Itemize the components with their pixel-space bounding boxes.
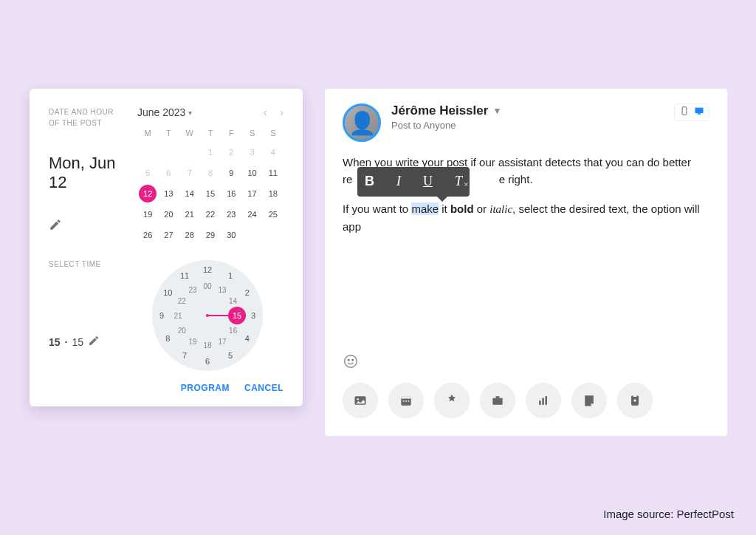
calendar-day[interactable]: 8	[202, 164, 219, 182]
emoji-picker-icon[interactable]	[343, 353, 360, 371]
clear-format-button[interactable]: T	[455, 171, 462, 192]
clock-hour-outer[interactable]: 8	[165, 334, 170, 343]
underline-button[interactable]: U	[423, 171, 433, 192]
post-visibility[interactable]: Post to Anyone	[391, 120, 501, 131]
clock-hour-outer[interactable]: 12	[203, 265, 212, 274]
clock-hour-inner[interactable]: 23	[188, 286, 196, 294]
clock-hour-inner[interactable]: 16	[229, 327, 237, 335]
calendar-day[interactable]: 24	[244, 205, 261, 223]
clock-hour-outer[interactable]: 3	[251, 311, 255, 320]
add-image-button[interactable]	[343, 383, 378, 418]
clock-selected-knob[interactable]: 15	[228, 307, 246, 324]
clock-face[interactable]: 121234567891011001314161718192021222315	[152, 260, 263, 371]
svg-rect-11	[405, 401, 407, 402]
calendar-day[interactable]: 14	[181, 185, 199, 202]
clock-hour-outer[interactable]: 4	[245, 334, 250, 343]
cancel-button[interactable]: Cancel	[244, 383, 284, 393]
preview-device-toggle[interactable]	[674, 103, 709, 121]
calendar-day[interactable]: 18	[264, 185, 282, 202]
date-time-picker-panel: DATE AND HOUR OF THE POST Mon, Jun 12 Ju…	[30, 89, 303, 406]
selected-time-display: 15·15	[49, 335, 123, 349]
chevron-down-icon: ▾	[188, 109, 192, 117]
svg-point-7	[357, 398, 359, 401]
month-selector[interactable]: June 2023 ▾	[137, 106, 192, 118]
desktop-preview-icon[interactable]	[694, 106, 704, 119]
calendar-day[interactable]: 22	[202, 205, 219, 223]
post-text-2a: If you want to	[343, 202, 411, 215]
add-badge-button[interactable]	[434, 383, 470, 418]
clock-hour-outer[interactable]: 11	[180, 271, 189, 280]
weekday-head: F	[221, 126, 241, 140]
calendar-day[interactable]: 19	[139, 205, 157, 223]
calendar-day[interactable]: 1	[202, 143, 219, 161]
next-month-button[interactable]: ›	[280, 106, 284, 118]
add-note-button[interactable]	[571, 383, 607, 418]
calendar-day[interactable]: 10	[244, 164, 261, 182]
clock-hour-inner[interactable]: 22	[178, 297, 186, 305]
author-dropdown-icon[interactable]: ▼	[492, 106, 501, 116]
clock-hour-outer[interactable]: 2	[245, 288, 250, 297]
calendar-day[interactable]: 7	[181, 164, 199, 182]
calendar-day[interactable]: 17	[244, 185, 261, 202]
calendar-day[interactable]: 9	[222, 164, 240, 182]
composer-toolbar	[343, 383, 653, 418]
add-poll-button[interactable]	[526, 383, 561, 418]
calendar-day[interactable]: 23	[222, 205, 240, 223]
calendar-day[interactable]: 16	[222, 185, 240, 202]
clock-hour-inner[interactable]: 00	[203, 282, 211, 290]
calendar-day[interactable]: 2	[222, 143, 240, 161]
clock-hour-outer[interactable]: 6	[205, 357, 210, 366]
edit-time-icon[interactable]	[88, 335, 100, 349]
clock-hour-inner[interactable]: 20	[178, 327, 186, 335]
clock-hour-outer[interactable]: 10	[163, 288, 172, 297]
calendar-day[interactable]: 25	[264, 205, 282, 223]
clock-hour-inner[interactable]: 18	[203, 341, 211, 350]
mobile-preview-icon[interactable]	[679, 106, 690, 119]
calendar-day[interactable]: 20	[159, 205, 177, 223]
add-job-button[interactable]	[480, 383, 515, 418]
add-clipboard-button[interactable]	[617, 383, 653, 418]
clock-hour-outer[interactable]: 5	[228, 351, 233, 360]
calendar-day[interactable]: 30	[222, 226, 240, 244]
clock-hour-inner[interactable]: 19	[188, 337, 196, 345]
svg-point-20	[633, 399, 636, 401]
clock-hour-inner[interactable]: 21	[173, 312, 182, 320]
calendar-day[interactable]: 29	[202, 226, 219, 244]
calendar-day[interactable]: 12	[139, 185, 157, 202]
calendar-day[interactable]: 15	[202, 185, 219, 202]
svg-rect-2	[698, 114, 701, 115]
clock-hour-outer[interactable]: 9	[159, 311, 164, 320]
clock-hour-inner[interactable]: 14	[229, 297, 237, 305]
clock-hour-inner[interactable]: 13	[218, 286, 226, 294]
calendar-day[interactable]: 11	[264, 164, 282, 182]
calendar-day[interactable]: 28	[181, 226, 199, 244]
month-label: June 2023	[137, 106, 185, 118]
time-hour: 15	[49, 336, 61, 348]
svg-point-3	[345, 355, 357, 368]
calendar-day[interactable]: 6	[159, 164, 177, 182]
program-button[interactable]: Program	[181, 383, 230, 393]
calendar-day[interactable]: 5	[139, 164, 157, 182]
calendar-day[interactable]: 26	[139, 226, 157, 244]
svg-rect-19	[633, 395, 637, 397]
post-text-2c: or	[474, 202, 490, 215]
svg-rect-9	[401, 396, 410, 398]
calendar-day[interactable]: 3	[244, 143, 261, 161]
prev-month-button[interactable]: ‹	[264, 106, 267, 118]
calendar-day[interactable]: 13	[159, 185, 177, 202]
edit-date-icon[interactable]	[49, 218, 123, 234]
calendar-day[interactable]: 4	[264, 143, 282, 161]
clock-hour-inner[interactable]: 17	[218, 337, 226, 345]
post-body-editor[interactable]: When you write your post if our assistan…	[343, 154, 709, 235]
clock-hour-outer[interactable]: 7	[182, 351, 187, 360]
calendar-day[interactable]: 21	[181, 205, 199, 223]
author-name: Jérôme Heissler	[391, 103, 488, 118]
image-credit: Image source: PerfectPost	[603, 508, 734, 520]
calendar-day[interactable]: 27	[159, 226, 177, 244]
italic-button[interactable]: I	[396, 171, 401, 192]
author-avatar[interactable]: 👤	[343, 103, 381, 142]
clock-hour-outer[interactable]: 1	[228, 271, 233, 280]
selected-date-display: Mon, Jun 12	[49, 154, 123, 193]
bold-button[interactable]: B	[365, 171, 374, 192]
add-calendar-button[interactable]	[388, 383, 424, 418]
